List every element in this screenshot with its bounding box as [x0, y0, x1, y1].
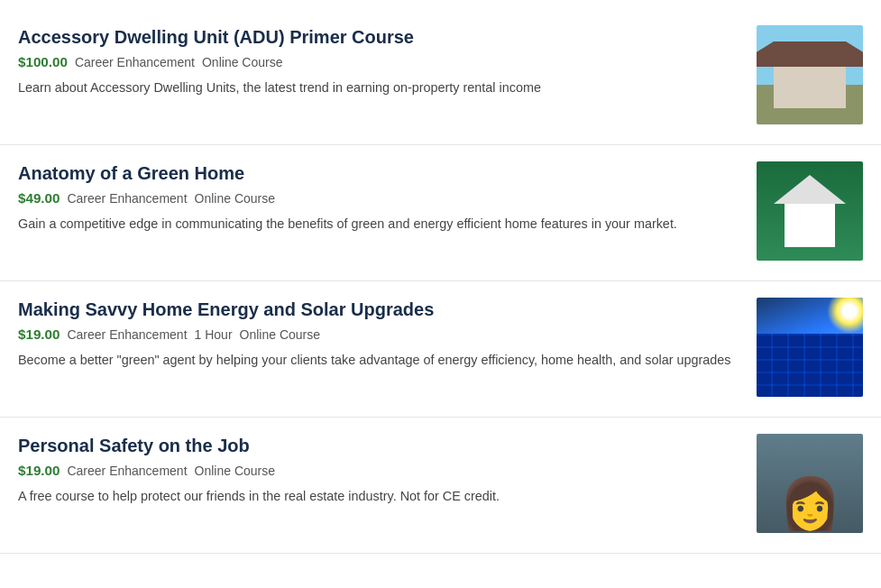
course-type: Online Course — [195, 191, 276, 206]
course-image — [757, 161, 863, 261]
course-price: $19.00 — [18, 326, 60, 342]
course-type: Online Course — [195, 464, 276, 478]
course-item-adu[interactable]: Accessory Dwelling Unit (ADU) Primer Cou… — [0, 9, 881, 145]
course-image — [757, 434, 863, 533]
course-content: Accessory Dwelling Unit (ADU) Primer Cou… — [18, 25, 739, 98]
course-category: Career Enhancement — [67, 327, 187, 342]
course-title[interactable]: Making Savvy Home Energy and Solar Upgra… — [18, 298, 739, 321]
course-description: Become a better "green" agent by helping… — [18, 351, 739, 371]
course-list: Accessory Dwelling Unit (ADU) Primer Cou… — [0, 9, 881, 554]
course-item-safety[interactable]: Personal Safety on the Job $19.00Career … — [0, 418, 881, 554]
course-meta: $19.00Career EnhancementOnline Course — [18, 463, 739, 478]
course-title[interactable]: Accessory Dwelling Unit (ADU) Primer Cou… — [18, 25, 739, 49]
course-meta: $19.00Career Enhancement1 HourOnline Cou… — [18, 326, 739, 342]
course-category: Career Enhancement — [67, 191, 187, 206]
course-item-green-home[interactable]: Anatomy of a Green Home $49.00Career Enh… — [0, 145, 881, 281]
course-description: A free course to help protect our friend… — [18, 487, 739, 507]
course-meta: $49.00Career EnhancementOnline Course — [18, 190, 739, 206]
course-price: $19.00 — [18, 463, 60, 478]
course-content: Personal Safety on the Job $19.00Career … — [18, 434, 739, 507]
course-type: Online Course — [240, 327, 321, 342]
course-description: Gain a competitive edge in communicating… — [18, 215, 739, 234]
course-content: Anatomy of a Green Home $49.00Career Enh… — [18, 161, 739, 234]
course-category: Career Enhancement — [67, 464, 187, 478]
course-title[interactable]: Personal Safety on the Job — [18, 434, 739, 457]
course-type: Online Course — [202, 55, 283, 69]
course-title[interactable]: Anatomy of a Green Home — [18, 161, 739, 185]
course-image — [757, 25, 863, 124]
course-category: Career Enhancement — [75, 55, 195, 69]
course-price: $49.00 — [18, 190, 60, 206]
course-description: Learn about Accessory Dwelling Units, th… — [18, 78, 739, 98]
course-price: $100.00 — [18, 54, 68, 69]
course-content: Making Savvy Home Energy and Solar Upgra… — [18, 298, 739, 371]
course-meta: $100.00Career EnhancementOnline Course — [18, 54, 739, 69]
course-duration: 1 Hour — [195, 327, 233, 342]
course-image — [757, 298, 863, 397]
course-item-solar[interactable]: Making Savvy Home Energy and Solar Upgra… — [0, 281, 881, 418]
